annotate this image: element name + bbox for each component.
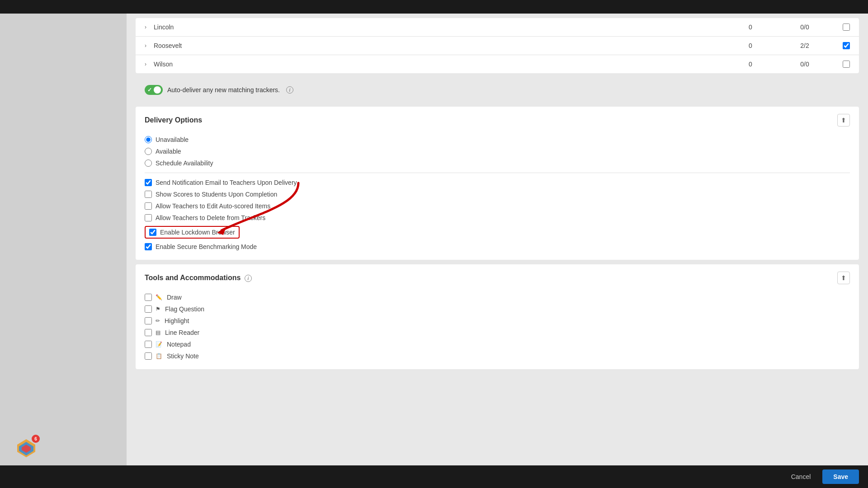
tools-expand-button[interactable]: ⬆	[837, 272, 850, 284]
cancel-button[interactable]: Cancel	[784, 469, 818, 484]
checkbox-wilson[interactable]	[843, 61, 850, 68]
radio-available-input[interactable]	[145, 148, 152, 155]
bottom-bar: Cancel Save	[0, 465, 868, 488]
row-name-roosevelt: Roosevelt	[154, 42, 723, 49]
radio-available[interactable]: Available	[145, 145, 850, 157]
expand-icon: ›	[145, 61, 146, 67]
checkbox-sticky-note[interactable]: 📋 Sticky Note	[145, 350, 850, 362]
checkbox-allow-edit-label: Allow Teachers to Edit Auto-scored Items	[156, 202, 270, 210]
checkbox-line-reader-label: Line Reader	[165, 329, 199, 336]
radio-unavailable-input[interactable]	[145, 136, 152, 143]
tools-accommodations-header: Tools and Accommodations i ⬆	[145, 272, 850, 284]
radio-schedule-label: Schedule Availability	[156, 160, 213, 167]
checkbox-sticky-note-label: Sticky Note	[167, 352, 199, 360]
checkbox-allow-delete[interactable]: Allow Teachers to Delete from Trackers	[145, 212, 850, 224]
table-row: › Wilson 0 0/0	[136, 55, 859, 73]
checkbox-show-scores[interactable]: Show Scores to Students Upon Completion	[145, 188, 850, 200]
checkbox-sticky-note-input[interactable]	[145, 352, 152, 360]
checkbox-lockdown-browser-row: Enable Lockdown Browser	[145, 224, 850, 241]
save-button[interactable]: Save	[822, 469, 859, 484]
checkbox-send-notification-input[interactable]	[145, 179, 152, 186]
row-count-wilson: 0	[723, 61, 778, 68]
checkbox-secure-benchmarking-label: Enable Secure Benchmarking Mode	[156, 243, 257, 250]
delivery-options-expand-button[interactable]: ⬆	[837, 114, 850, 127]
lockdown-browser-highlight[interactable]: Enable Lockdown Browser	[145, 226, 240, 239]
flag-icon: ⚑	[156, 306, 160, 312]
checkbox-show-scores-label: Show Scores to Students Upon Completion	[156, 191, 277, 198]
app-icon[interactable]: 6	[14, 436, 39, 461]
auto-deliver-label: Auto-deliver any new matching trackers.	[167, 86, 280, 94]
radio-available-label: Available	[156, 148, 181, 155]
row-score-roosevelt: 2/2	[778, 42, 832, 49]
checkbox-lockdown-browser-label: Enable Lockdown Browser	[160, 229, 235, 236]
checkbox-highlight-input[interactable]	[145, 317, 152, 324]
content-area: › Lincoln 0 0/0 › Roosevelt 0 2/2 › Wils…	[127, 14, 868, 465]
radio-schedule-input[interactable]	[145, 160, 152, 167]
line-reader-icon: ▤	[156, 329, 160, 336]
radio-unavailable[interactable]: Unavailable	[145, 134, 850, 145]
checkbox-allow-delete-label: Allow Teachers to Delete from Trackers	[156, 214, 265, 221]
row-checkbox-lincoln[interactable]	[832, 23, 850, 31]
toggle-slider: ✓	[145, 85, 163, 95]
tools-accommodations-title: Tools and Accommodations i	[145, 274, 252, 282]
checkbox-allow-edit-input[interactable]	[145, 202, 152, 210]
row-score-wilson: 0/0	[778, 61, 832, 68]
checkbox-lincoln[interactable]	[843, 23, 850, 31]
checkbox-line-reader-input[interactable]	[145, 329, 152, 336]
checkbox-draw[interactable]: ✏️ Draw	[145, 291, 850, 303]
row-checkbox-wilson[interactable]	[832, 61, 850, 68]
checkbox-flag-question-input[interactable]	[145, 305, 152, 313]
checkbox-highlight[interactable]: ✏ Highlight	[145, 315, 850, 327]
table-row: › Lincoln 0 0/0	[136, 18, 859, 37]
table-row: › Roosevelt 0 2/2	[136, 37, 859, 55]
row-count-roosevelt: 0	[723, 42, 778, 49]
checkbox-notepad-label: Notepad	[167, 341, 191, 348]
checkbox-highlight-label: Highlight	[165, 317, 189, 324]
expand-icon: ›	[145, 24, 146, 30]
app-icon-container: 6	[14, 436, 39, 461]
top-bar	[0, 0, 868, 14]
checkbox-notepad[interactable]: 📝 Notepad	[145, 338, 850, 350]
auto-deliver-toggle[interactable]: ✓	[145, 85, 163, 95]
info-icon: i	[286, 86, 293, 94]
delivery-options-header: Delivery Options ⬆	[145, 114, 850, 127]
checkbox-flag-question-label: Flag Question	[165, 305, 204, 313]
row-checkbox-roosevelt[interactable]	[832, 42, 850, 49]
delivery-options-section: Delivery Options ⬆ Unavailable Available…	[136, 107, 859, 260]
row-score-lincoln: 0/0	[778, 23, 832, 31]
expand-icon: ›	[145, 42, 146, 49]
row-name-lincoln: Lincoln	[154, 23, 723, 31]
checkbox-draw-input[interactable]	[145, 294, 152, 301]
checkbox-flag-question[interactable]: ⚑ Flag Question	[145, 303, 850, 315]
divider	[145, 173, 850, 173]
checkbox-secure-benchmarking[interactable]: Enable Secure Benchmarking Mode	[145, 241, 850, 253]
checkbox-allow-delete-input[interactable]	[145, 214, 152, 221]
checkbox-send-notification-label: Send Notification Email to Teachers Upon…	[156, 179, 297, 186]
main-content: › Lincoln 0 0/0 › Roosevelt 0 2/2 › Wils…	[0, 14, 868, 465]
checkbox-draw-label: Draw	[167, 294, 182, 301]
tools-title-text: Tools and Accommodations	[145, 274, 241, 282]
sticky-note-icon: 📋	[156, 353, 162, 359]
radio-schedule[interactable]: Schedule Availability	[145, 157, 850, 169]
student-table: › Lincoln 0 0/0 › Roosevelt 0 2/2 › Wils…	[136, 18, 859, 73]
row-name-wilson: Wilson	[154, 61, 723, 68]
checkbox-lockdown-browser-input[interactable]	[149, 229, 156, 236]
checkbox-show-scores-input[interactable]	[145, 191, 152, 198]
tools-info-icon: i	[245, 275, 252, 282]
notification-badge: 6	[32, 435, 40, 443]
checkbox-roosevelt[interactable]	[843, 42, 850, 49]
checkbox-line-reader[interactable]: ▤ Line Reader	[145, 327, 850, 338]
notepad-icon: 📝	[156, 341, 162, 347]
draw-icon: ✏️	[156, 294, 162, 300]
checkbox-secure-benchmarking-input[interactable]	[145, 243, 152, 250]
radio-unavailable-label: Unavailable	[156, 136, 189, 143]
checkbox-allow-edit[interactable]: Allow Teachers to Edit Auto-scored Items	[145, 200, 850, 212]
auto-deliver-row: ✓ Auto-deliver any new matching trackers…	[136, 78, 859, 102]
row-count-lincoln: 0	[723, 23, 778, 31]
toggle-check-icon: ✓	[147, 87, 152, 93]
checkbox-send-notification[interactable]: Send Notification Email to Teachers Upon…	[145, 177, 850, 188]
tools-accommodations-section: Tools and Accommodations i ⬆ ✏️ Draw ⚑ F…	[136, 264, 859, 369]
delivery-options-title: Delivery Options	[145, 116, 202, 124]
checkbox-notepad-input[interactable]	[145, 341, 152, 348]
highlight-icon: ✏	[156, 318, 160, 324]
